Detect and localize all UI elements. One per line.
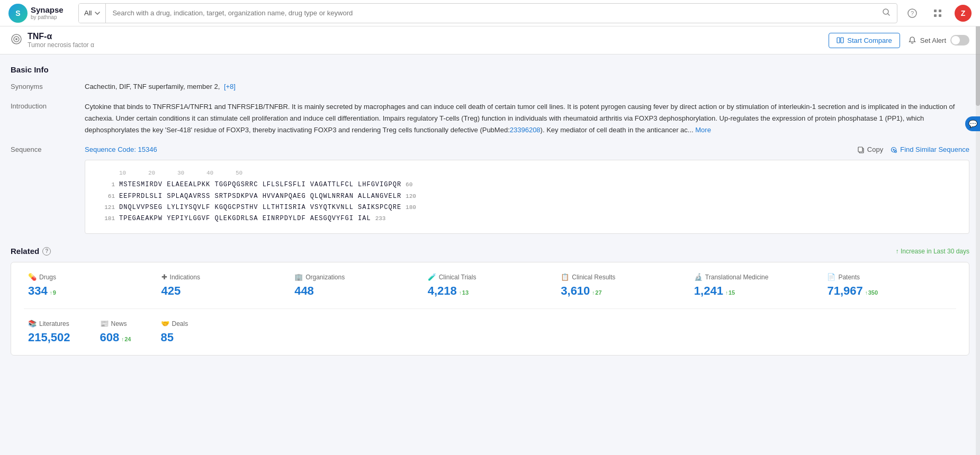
stat-patents[interactable]: 📄 Patents 71,967 ↑ 350 (823, 273, 956, 298)
copy-button[interactable]: Copy (858, 144, 883, 156)
find-similar-button[interactable]: Find Similar Sequence (891, 144, 969, 156)
orgs-label: Organizations (305, 274, 345, 281)
search-type-label: All (84, 9, 92, 17)
seq-line-4: 181 TPEGAEAKPW YEPIYLGGVF QLEKGDRLSA EIN… (94, 214, 960, 224)
related-help-icon[interactable]: ? (42, 247, 51, 256)
related-header: Related ? ↑ Increase in Last 30 days (11, 247, 969, 256)
toggle-knob (951, 36, 960, 44)
compare-label: Start Compare (847, 37, 892, 44)
stat-translational[interactable]: 🔬 Translational Medicine 1,241 ↑ 15 (690, 273, 823, 298)
indications-number: 425 (161, 284, 181, 298)
news-label: News (111, 320, 127, 327)
trans-label: Translational Medicine (705, 274, 769, 281)
seq-end-2: 120 (406, 192, 416, 202)
stat-news-cat: 📰 News (100, 320, 131, 327)
svg-text:?: ? (911, 10, 914, 16)
deals-label: Deals (172, 320, 188, 327)
introduction-value: Cytokine that binds to TNFRSF1A/TNFR1 an… (85, 101, 969, 136)
search-button[interactable] (876, 8, 897, 18)
svg-rect-14 (858, 147, 862, 152)
trans-icon: 🔬 (694, 273, 703, 281)
logo-subtitle: by pathnap (31, 14, 64, 20)
sequence-ruler: 10 20 30 40 50 (94, 169, 960, 178)
sequence-actions: Copy Find Similar Sequence (858, 144, 969, 156)
stat-deals[interactable]: 🤝 Deals 85 (157, 320, 193, 344)
indications-value: 425 (161, 284, 286, 298)
seq-line-3: 121 DNQLVVPSEG LYLIYSQVLF KGQGCPSTHV LLT… (94, 203, 960, 213)
lit-number: 215,502 (28, 331, 70, 344)
trials-value: 4,218 ↑ 13 (428, 284, 553, 298)
related-section: Related ? ↑ Increase in Last 30 days 💊 D… (11, 247, 969, 356)
drugs-value: 334 ↑ 9 (28, 284, 153, 298)
stat-literatures[interactable]: 📚 Literatures 215,502 (24, 320, 75, 344)
results-label: Clinical Results (572, 274, 615, 281)
sequence-header: Sequence Code: 15346 Copy (85, 144, 969, 156)
set-alert-area: Set Alert (909, 35, 969, 46)
chevron-down-icon (95, 11, 100, 16)
trials-icon: 🧪 (428, 273, 436, 281)
stat-indications[interactable]: ✚ Indications 425 (157, 273, 291, 298)
sequence-row: Sequence Sequence Code: 15346 Copy (11, 144, 969, 234)
search-input[interactable] (106, 4, 876, 23)
news-icon: 📰 (100, 320, 109, 327)
patents-up: ↑ 350 (865, 289, 878, 296)
question-icon: ? (907, 8, 917, 18)
svg-rect-5 (939, 10, 941, 12)
seq-start-4: 181 (94, 214, 119, 224)
stat-news[interactable]: 📰 News 608 ↑ 24 (96, 320, 136, 344)
seq-start-3: 121 (94, 203, 119, 213)
trans-up: ↑ 15 (725, 289, 735, 296)
more-link[interactable]: More (695, 126, 711, 134)
seq-end-1: 60 (406, 180, 412, 190)
search-type-dropdown[interactable]: All (79, 4, 106, 23)
compare-icon (837, 37, 844, 44)
patents-label: Patents (838, 274, 860, 281)
help-button[interactable]: ? (904, 5, 921, 22)
results-icon: 📋 (561, 273, 569, 281)
stat-organizations[interactable]: 🏢 Organizations 448 (290, 273, 424, 298)
entity-icon (11, 33, 22, 48)
copy-icon (858, 147, 865, 153)
patents-number: 71,967 (827, 284, 862, 298)
apps-button[interactable] (929, 5, 946, 22)
results-value: 3,610 ↑ 27 (561, 284, 686, 298)
stat-clinical-results[interactable]: 📋 Clinical Results 3,610 ↑ 27 (556, 273, 690, 298)
stat-orgs-cat: 🏢 Organizations (294, 273, 419, 281)
logo-text: Synapse by pathnap (31, 6, 64, 21)
stat-clinical-trials[interactable]: 🧪 Clinical Trials 4,218 ↑ 13 (424, 273, 557, 298)
stats-card: 💊 Drugs 334 ↑ 9 ✚ Indications 425 (11, 262, 969, 356)
synonyms-text: Cachectin, DIF, TNF superfamily, member … (85, 83, 220, 90)
deals-value: 85 (161, 331, 188, 344)
basic-info-title: Basic Info (11, 65, 969, 74)
grid-icon (933, 8, 942, 18)
stat-trans-cat: 🔬 Translational Medicine (694, 273, 819, 281)
synonyms-value: Cachectin, DIF, TNF superfamily, member … (85, 81, 969, 93)
sequence-box: 10 20 30 40 50 1 MSTESMIRDV ELAEEALPKK T… (85, 160, 969, 234)
synonyms-more-link[interactable]: [+8] (224, 83, 236, 90)
svg-line-1 (888, 14, 890, 16)
indications-icon: ✚ (161, 273, 167, 281)
logo-icon[interactable]: S (8, 4, 28, 23)
patents-icon: 📄 (827, 273, 835, 281)
trans-value: 1,241 ↑ 15 (694, 284, 819, 298)
chat-bubble[interactable]: 💬 (965, 116, 980, 131)
pubmed-link[interactable]: 23396208 (510, 126, 541, 134)
user-avatar[interactable]: Z (955, 5, 972, 22)
indications-label: Indications (170, 274, 200, 281)
stat-lit-cat: 📚 Literatures (28, 320, 70, 327)
intro-text-end: ). Key mediator of cell death in the ant… (541, 126, 694, 134)
svg-rect-7 (939, 14, 941, 17)
lit-icon: 📚 (28, 320, 37, 327)
drugs-icon: 💊 (28, 273, 37, 281)
main-content: Basic Info Synonyms Cachectin, DIF, TNF … (0, 54, 980, 366)
sequence-code-link[interactable]: Sequence Code: 15346 (85, 144, 157, 156)
introduction-label: Introduction (11, 101, 85, 136)
related-title-area: Related ? (11, 247, 51, 256)
seq-content-1: MSTESMIRDV ELAEEALPKK TGGPQGSRRC LFLSLFS… (119, 180, 401, 190)
start-compare-button[interactable]: Start Compare (829, 33, 900, 48)
stat-drugs[interactable]: 💊 Drugs 334 ↑ 9 (24, 273, 157, 298)
orgs-icon: 🏢 (294, 273, 303, 281)
find-similar-label: Find Similar Sequence (900, 144, 969, 156)
alert-toggle[interactable] (950, 35, 969, 46)
seq-end-4: 233 (375, 214, 386, 224)
